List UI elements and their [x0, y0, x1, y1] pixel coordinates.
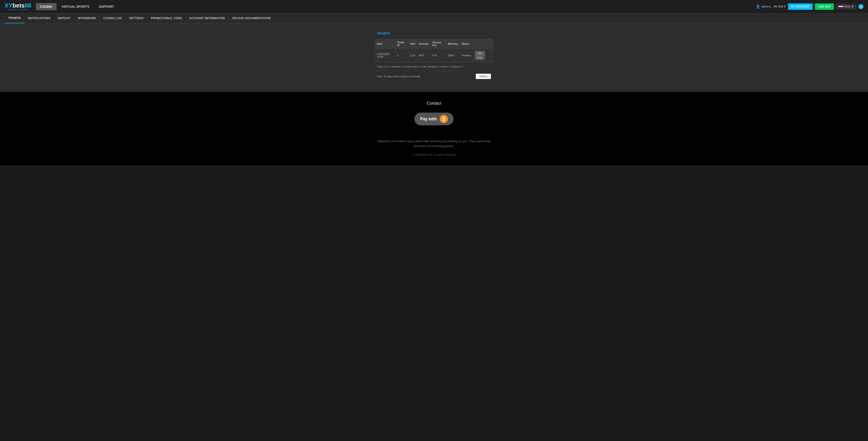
footer-copyright: © Xybets88.com. All rights reserved.: [5, 153, 863, 156]
subnav-notifications[interactable]: NOTIFICATIONS: [24, 13, 54, 23]
nav-casino[interactable]: CASINO: [36, 3, 56, 10]
print-button[interactable]: Print: [475, 55, 485, 60]
col-date: Date: [375, 39, 395, 49]
pay-with-button[interactable]: Pay with ₿: [414, 113, 453, 125]
row-odd: 2.10: [408, 49, 417, 62]
col-amount: Amount: [417, 39, 430, 49]
note-text: Note: To place ticket please use betslip…: [377, 75, 421, 78]
nav-support[interactable]: SUPPORT: [95, 3, 118, 10]
nav-virtual-sports[interactable]: VIRTUAL SPORTS: [58, 3, 94, 10]
logo-xy: XY: [5, 2, 12, 9]
header-right: 👤 admin1 🎮 684 € MY ACCOUNT LOG OUT ENG …: [756, 3, 863, 10]
table-row: 21/07/2018 12:00 1 2.10 90 € 0 % 189 € P…: [375, 49, 493, 62]
logo-sub: crypto casino: [5, 8, 31, 11]
subnav-tickets[interactable]: TICKETS: [5, 13, 24, 23]
row-status: Pending: [460, 49, 473, 62]
header: XYbets88 crypto casino CASINO VIRTUAL SP…: [0, 0, 868, 13]
subnav-account-information[interactable]: ACCOUNT INFORMATION: [186, 13, 229, 23]
subnav-promotional-code[interactable]: PROMOTIONAL CODE: [147, 13, 186, 23]
history-button[interactable]: History: [476, 74, 491, 79]
lang-code: ENG: [844, 5, 850, 8]
view-button[interactable]: View: [475, 51, 485, 55]
logo-88: 88: [25, 2, 31, 9]
col-actions: [473, 39, 493, 49]
col-service-fee: Service Fee: [430, 39, 446, 49]
logo-bets: bets: [12, 2, 25, 9]
row-date: 21/07/2018 12:00: [375, 49, 395, 62]
col-odd: Odd: [408, 39, 417, 49]
log-out-button[interactable]: LOG OUT: [815, 3, 834, 10]
footer-description: Xybets88.com online crypto casino with a…: [377, 139, 491, 149]
pagination-info: Page 1 of 1, showing 1 records out of 1 …: [375, 62, 493, 71]
col-ticket-id: Ticket ID: [395, 39, 408, 49]
subnav-deposit[interactable]: DEPOSIT: [54, 13, 74, 23]
col-winning: Winning: [446, 39, 460, 49]
main-nav: CASINO VIRTUAL SPORTS SUPPORT: [36, 3, 755, 10]
user-icon: 👤: [756, 4, 760, 9]
subnav-upload-documentation[interactable]: UPLOAD DOCUMENTATION: [228, 13, 274, 23]
user-info: 👤 admin1: [756, 4, 771, 9]
balance-icon: 🎮: [773, 5, 777, 8]
row-amount: 90 €: [417, 49, 430, 62]
logo: XYbets88 crypto casino: [5, 2, 31, 11]
footer: Contact Pay with ₿ Xybets88.com online c…: [0, 92, 868, 166]
subnav-withdraws[interactable]: WITHDRAWS: [74, 13, 100, 23]
subnav-casino-log[interactable]: CASINO LOG: [100, 13, 126, 23]
pay-with-text: Pay with: [420, 117, 437, 121]
row-winning: 189 €: [446, 49, 460, 62]
row-actions: View Print: [473, 49, 493, 62]
flag-icon: [838, 5, 843, 8]
col-status: Status: [460, 39, 473, 49]
lang-dropdown-icon: ▼: [851, 5, 854, 8]
content-area: TICKETS Date Ticket ID Odd Amount Servic…: [0, 24, 868, 92]
row-ticket-id: 1: [395, 49, 408, 62]
notification-badge[interactable]: 0: [859, 4, 863, 9]
language-selector[interactable]: ENG ▼: [836, 4, 856, 9]
subnav-settings[interactable]: SETTINGS: [126, 13, 147, 23]
balance-amount: 684 €: [778, 5, 786, 8]
note-area: Note: To place ticket please use betslip…: [375, 71, 493, 82]
row-service-fee: 0 %: [430, 49, 446, 62]
contact-title: Contact: [5, 101, 863, 106]
balance-info: 🎮 684 €: [773, 5, 786, 8]
my-account-button[interactable]: MY ACCOUNT: [788, 3, 813, 10]
tickets-panel: TICKETS Date Ticket ID Odd Amount Servic…: [375, 28, 493, 87]
panel-title: TICKETS: [375, 30, 493, 36]
bitcoin-icon: ₿: [440, 115, 448, 123]
tickets-table: Date Ticket ID Odd Amount Service Fee Wi…: [375, 39, 493, 62]
username: admin1: [762, 5, 771, 8]
sub-nav: TICKETS NOTIFICATIONS DEPOSIT WITHDRAWS …: [0, 13, 868, 24]
